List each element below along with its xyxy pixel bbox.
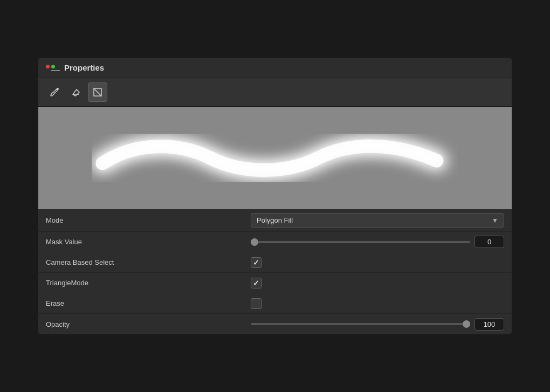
erase-control xyxy=(251,298,504,309)
opacity-slider-fill xyxy=(251,323,470,325)
panel-header: Properties xyxy=(38,58,512,78)
lines-icon xyxy=(51,70,60,71)
triangle-mode-checkbox[interactable]: ✓ xyxy=(251,278,262,288)
mask-value-display[interactable]: 0 xyxy=(475,236,504,248)
mode-dropdown-value: Polygon Fill xyxy=(257,216,293,224)
mode-control: Polygon Fill ▼ xyxy=(251,213,504,228)
triangle-mode-checkbox-wrapper: ✓ xyxy=(251,278,262,288)
opacity-slider-track[interactable] xyxy=(251,323,470,325)
opacity-control: 100 xyxy=(251,318,504,331)
mode-row: Mode Polygon Fill ▼ xyxy=(38,209,512,232)
checkmark-icon-2: ✓ xyxy=(253,279,259,287)
panel-icon xyxy=(46,65,60,71)
dropdown-arrow-icon: ▼ xyxy=(492,217,498,224)
mode-dropdown[interactable]: Polygon Fill ▼ xyxy=(251,213,504,228)
mode-label: Mode xyxy=(46,216,251,224)
brush-tool-button[interactable] xyxy=(45,82,64,102)
opacity-row: Opacity 100 xyxy=(38,314,512,334)
erase-checkbox[interactable] xyxy=(251,298,262,309)
brush-stroke-svg xyxy=(92,131,458,185)
triangle-mode-control: ✓ xyxy=(251,278,504,288)
mask-icon xyxy=(92,87,103,98)
green-dot xyxy=(51,65,55,68)
camera-based-select-control: ✓ xyxy=(251,257,504,268)
mask-value-control: 0 xyxy=(251,236,504,248)
opacity-label: Opacity xyxy=(46,320,251,328)
camera-based-select-checkbox-wrapper: ✓ xyxy=(251,257,262,268)
toolbar xyxy=(38,78,512,107)
erase-checkbox-wrapper xyxy=(251,298,262,309)
mask-tool-button[interactable] xyxy=(88,82,107,102)
svg-line-2 xyxy=(94,88,101,96)
panel-title: Properties xyxy=(64,63,104,72)
triangle-mode-row: TriangleMode ✓ xyxy=(38,273,512,293)
opacity-slider-thumb[interactable] xyxy=(463,320,470,328)
mask-value-label: Mask Value xyxy=(46,238,251,246)
red-dot xyxy=(46,65,50,68)
erase-label: Erase xyxy=(46,299,251,307)
mask-value-slider-container: 0 xyxy=(251,236,504,248)
mask-value-slider-thumb[interactable] xyxy=(251,238,258,246)
triangle-mode-label: TriangleMode xyxy=(46,279,251,287)
mask-value-row: Mask Value 0 xyxy=(38,232,512,252)
opacity-slider-container: 100 xyxy=(251,318,504,331)
camera-based-select-row: Camera Based Select ✓ xyxy=(38,252,512,273)
mask-value-slider-track[interactable] xyxy=(251,241,470,243)
brush-icon xyxy=(49,87,60,98)
erase-row: Erase xyxy=(38,293,512,314)
eraser-tool-button[interactable] xyxy=(66,82,86,102)
eraser-icon xyxy=(71,87,81,98)
opacity-value-display[interactable]: 100 xyxy=(475,318,504,331)
properties-section: Mode Polygon Fill ▼ Mask Value 0 xyxy=(38,209,512,334)
camera-based-select-checkbox[interactable]: ✓ xyxy=(251,257,262,268)
camera-based-select-label: Camera Based Select xyxy=(46,258,251,266)
properties-panel: Properties xyxy=(38,57,512,335)
brush-preview xyxy=(38,107,512,209)
checkmark-icon: ✓ xyxy=(253,258,259,267)
